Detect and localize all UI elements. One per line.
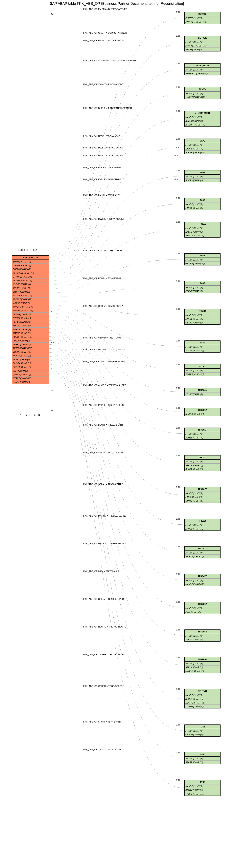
related-field: LAND1 [CHAR (3)] [185,317,220,321]
edge-label: FKK_ABS_OP-SPZAH = TFK008-ZAHLS [83,483,123,485]
main-field: EMGPA [CHAR (10)] [12,361,49,365]
related-field: HVORG [CHAR (4)] [185,701,220,705]
related-table-name: BUT000 [185,12,220,16]
related-table-name: T035 [185,254,220,258]
cardinality-label: 0..N [51,13,54,15]
cardinality-label: 0..N [176,656,180,658]
main-field: BUKRS [CHAR (4)] [12,260,49,264]
related-table: TFKHVOMANDT [CLNT (3)]APPLK [CHAR (1)]HV… [184,657,220,673]
main-field: VKONT [CHAR (12)] [12,279,49,282]
main-field: PYBUK [CHAR (4)] [12,316,49,320]
cardinality-label: 0..N [176,138,180,140]
edge-label: FKK_ABS_OP-MWVKO = SKA1-SAKNR [83,154,123,157]
edge-label: FKK_ABS_OP-MWSKZ = T007A-MWSKZ [83,218,124,220]
related-field: LAND1 [CHAR (3)] [185,206,220,210]
main-field: AUGRD [CHAR (2)] [12,323,49,328]
related-field: MANDT [CLNT (3)] [185,285,220,289]
main-field: WAERS [CUKY (5)] [12,301,49,305]
related-table-name: BUT0BK [185,36,220,40]
related-field: MANDT [CLNT (3)] [185,579,220,582]
related-table-name: TCURC [185,365,220,369]
related-field: SPERZ [CHAR (1)] [185,638,220,641]
cardinality-label: 1 [51,310,52,312]
cardinality-label: ..0..N [175,147,179,149]
related-table-name: TFK047S [185,574,220,579]
edge-label: FKK_ABS_OP-FDLEV = T036-EBENE [83,277,121,279]
cardinality-label: 1..N [176,364,180,366]
edge-label: FKK_ABS_OP-IKEY = TFK056A-IKEY [83,570,121,572]
related-table: TFK047AMANDT [CLNT (3)]MAHNV [CHAR (2)] [184,546,220,558]
related-field: MANDT [CLNT (3)] [185,258,220,261]
main-field: TVORG [CHAR (4)] [12,286,49,290]
main-field: TXJCD [CHAR (15)] [12,346,49,350]
edge-label: FKK_ABS_OP-TXJCD = TTXJ-TXJCD [83,748,121,751]
cardinality-label: 0..N [176,280,180,282]
related-table: BUT000CLIENT [CLNT (3)]PARTNER [CHAR (10… [184,12,220,24]
related-field: MANDT [CLNT (3)] [185,202,220,206]
cardinality-label: 1 [51,282,52,284]
related-table-name: J_1BBRANCH [185,111,220,115]
related-field: GRUPP [CHAR (10)] [185,261,220,265]
related-field: GSBER [CHAR (4)] [185,733,220,736]
top-cardinalities: 0..N 1 0..N 0..N [18,249,38,251]
related-field: MANDT [CLNT (3)] [185,115,220,119]
cardinality-label: 0..N [175,178,178,180]
related-table-name: FKKVK [185,87,220,91]
related-table: T036MANDT [CLNT (3)]EBENE [CHAR (2)] [184,281,220,293]
related-table-name: T005 [185,198,220,202]
related-field: MANDT [CLNT (3)] [185,661,220,665]
related-table-name: TFK047A [185,547,220,551]
edge-label: FKK_ABS_OP-MWSKO = SKA1-SAKNR [83,147,123,149]
related-table-name: TGSB [185,725,220,729]
related-field: MANDT [CLNT (3)] [185,175,220,178]
related-field: IKEY [CHAR (2)] [185,610,220,614]
related-table: TSPAMANDT [CLNT (3)]SPART [CHAR (2)] [184,752,220,764]
cardinality-label: 1..N [176,86,180,89]
related-field: MANDT [CLNT (3)] [185,523,220,527]
related-field: MANDT [CLNT (3)] [185,491,220,495]
main-field: BLART [CHAR (2)] [12,358,49,361]
related-table: TFK047SMANDT [CLNT (3)]MANSP [CHAR (1)] [184,574,220,586]
main-field: FDLEV [CHAR (2)] [12,339,49,342]
related-table: TFK008MANDT [CLNT (3)]ZAHLS [CHAR (1)] [184,519,220,531]
cardinality-label: 1 [175,348,176,350]
cardinality-label: 0..N [51,341,54,344]
related-table-name: TFK000K [185,388,220,392]
related-table: TCURCMANDT [CLNT (3)]WAERS [CUKY (5)] [184,364,220,376]
cardinality-label: 0..N [176,197,180,199]
edge-label: FKK_ABS_OP-GSBER = TGSB-GSBER [83,685,123,687]
related-field: MANDT [CLNT (3)] [185,729,220,733]
related-table: T880MANDT [CLNT (3)]RCOMP [CHAR (6)] [184,340,220,352]
edge-label: FKK_ABS_OP-HKONT = SKA1-SAKNR [83,134,122,137]
bottom-cardinalities: 0 1 N 1 1 0..N [20,414,41,416]
related-field: MWSKZ [CHAR (2)] [185,234,220,237]
cardinality-label: 1.. [51,409,53,411]
related-field: BRANCH [CHAR (4)] [185,123,220,126]
related-table: FAGL_SEGMMANDT [CLNT (3)]SEGMENT [CHAR (… [184,63,220,75]
related-field: APPLK [CHAR (1)] [185,665,220,669]
edge-label: FKK_ABS_OP-SEGMENT = FAGL_SEGM-SEGMENT [83,59,136,62]
cardinality-label: 0..N [176,751,180,753]
related-field: MANDT [CLNT (3)] [185,226,220,230]
related-field: CLIENT [CLNT (3)] [185,16,220,20]
related-table: TFK056AMANDT [CLNT (3)]IKEY [CHAR (2)] [184,602,220,614]
cardinality-label: 0..N [176,779,180,781]
main-field: LANDL [CHAR (3)] [12,380,49,384]
related-field: MANDT [CLNT (3)] [185,634,220,638]
edge-label: FKK_ABS_OP-WAERS = TCURC-WAERS [83,348,125,351]
cardinality-label: 1 [51,365,52,367]
edge-label: FKK_ABS_OP-VKONT = FKKVK-VKONT [83,83,124,86]
related-table-name: FAGL_SEGM [185,64,220,68]
related-field: MANDT [CLNT (3)] [185,551,220,554]
related-table: T035MANDT [CLNT (3)]GRUPP [CHAR (10)] [184,253,220,266]
cardinality-label: 0..N [176,601,180,603]
related-field: BKVID [CHAR (4)] [185,48,220,51]
cardinality-label: 1.. [51,429,53,431]
related-field: TVORG [CHAR (4)] [185,705,220,708]
related-field: MANDT [CLNT (3)] [185,313,220,317]
edge-label: FKK_ABS_OP-BUPLA = J_1BBRANCH-BRANCH [83,107,132,109]
edge-label: FKK_ABS_OP-VBUND = T880-RCOMP [83,337,122,339]
related-table-name: TFK008 [185,519,220,523]
cardinality-label: 0..N [176,427,180,429]
related-field: LAND [CHAR (3)] [185,495,220,499]
